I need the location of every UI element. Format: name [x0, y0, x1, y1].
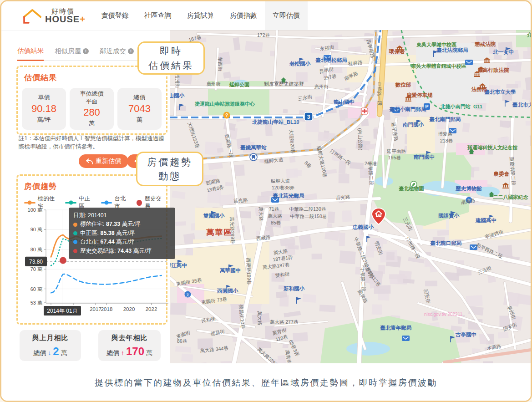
card-total-price: 總價 7043 萬: [117, 88, 162, 130]
card-parking-price: 車位總價平面 280 萬: [70, 88, 114, 130]
logo-text-cn: 好時價: [51, 8, 86, 15]
map-label: 龍山國小: [170, 92, 185, 98]
map-label: 農委會: [493, 171, 510, 177]
train-icon: [250, 153, 257, 161]
map-label: 廣愛停車場: [406, 92, 433, 98]
hospital-icon: [361, 108, 368, 114]
map-label: 172巷: [257, 32, 270, 38]
map-label: 博愛路: [438, 131, 452, 137]
revalue-button[interactable]: 重新估價: [79, 154, 128, 168]
svg-text:2018: 2018: [101, 306, 113, 312]
tooltip-row: 中正區: 85.38 萬元/坪: [73, 229, 171, 238]
left-panel: 估價結果相似房屋!鄰近成交!生活 估價結果 單價 90.18 萬/坪 車位總價平…: [1, 30, 170, 363]
svg-text:90 萬: 90 萬: [30, 227, 42, 232]
unit-price-value: 90.18: [31, 103, 56, 115]
map-label: 最高行政法院: [478, 67, 510, 73]
map-label: 臺北植物園: [399, 186, 424, 191]
map-label: 臺鐵萬華站: [240, 145, 267, 150]
post-icon: [402, 336, 410, 341]
footer: 提供標的當下的建物及車位估價結果、歷年區域房價走勢圖，即時掌握房價波動: [1, 363, 531, 402]
compare-last-year: 與去年相比 總價 ↑ 170 萬: [98, 330, 161, 361]
map-label: 中華路二段130巷: [289, 206, 326, 212]
map-label: 臺北市立大學: [485, 89, 516, 95]
svg-text:2017: 2017: [90, 306, 101, 312]
house-logo-icon: [22, 8, 42, 24]
svg-text:80 萬: 80 萬: [30, 247, 42, 252]
map-label: 孫運璿科技人文紀念館: [467, 145, 517, 151]
map-label: 剝皮寮歷史建築群: [263, 81, 304, 87]
chart-tooltip: 日期: 201401 標的住宅: 87.33 萬元/坪中正區: 85.38 萬元…: [69, 208, 175, 259]
map-label: 218巷: [440, 138, 453, 143]
map-label: (內山公路): [357, 128, 364, 150]
map-label: 艋舺公園: [229, 82, 249, 87]
map-label: 歷史博物館: [455, 186, 482, 191]
map-label: 120巷38弄: [272, 185, 295, 190]
map-label: 環保署: [389, 49, 405, 54]
svg-text:?: ?: [225, 113, 228, 118]
map-label: 萬大路 277巷: [270, 319, 299, 325]
map-label: 臺北南門郵局: [430, 117, 461, 122]
tooltip-date: 日期: 201401: [73, 211, 171, 220]
valuation-cards: 單價 90.18 萬/坪 車位總價平面 280 萬 總價 7043 萬: [22, 88, 162, 130]
footer-caption: 提供標的當下的建物及車位估價結果、歷年區域房價走勢圖，即時掌握房價波動: [95, 377, 437, 389]
app-window: 好時價 HOUSE+ 實價登錄社區查詢房貸試算房價指數立即估價 估價結果相似房屋…: [0, 0, 532, 402]
map-label: 86巷: [177, 338, 187, 344]
parking-price-value: 280: [83, 107, 100, 118]
tab-相似房屋[interactable]: 相似房屋!: [55, 44, 89, 60]
main-nav: 實價登錄社區查詢房貸試算房價指數立即估價: [94, 1, 308, 30]
map-canvas[interactable]: 文文P?3167巷華西街172巷永福街昆明街257巷梧州街廣州街廣州街三水街大理…: [170, 30, 532, 363]
nav-item[interactable]: 立即估價: [265, 1, 308, 30]
valuation-title: 估價結果: [24, 72, 57, 83]
map-label: 捷運龍山寺站旅遊服務中心: [194, 101, 255, 107]
map-label: 萬大路: [258, 207, 264, 221]
map-label: 北捷小南門站_G11: [440, 104, 482, 109]
map-label: 85巷: [271, 220, 281, 225]
tab-估價結果[interactable]: 估價結果: [17, 44, 44, 61]
nav-item[interactable]: 房價指數: [222, 1, 265, 30]
logo[interactable]: 好時價 HOUSE+: [22, 8, 86, 24]
arrow-up-icon: ↑: [121, 349, 124, 356]
map-label: 南門國小: [402, 122, 424, 127]
map-label: 古亭國中: [455, 332, 476, 337]
total-price-value: 7043: [128, 103, 151, 115]
svg-text:100 萬: 100 萬: [28, 207, 42, 213]
callout-price-trend: 房價趨勢動態: [136, 152, 203, 186]
map-label: 萬大路: [257, 311, 263, 326]
svg-text:2020: 2020: [123, 306, 135, 312]
tooltip-row: 歷史交易紀錄: 74.43 萬元/坪: [73, 247, 171, 255]
map-label: 195巷: [388, 155, 401, 160]
info-icon[interactable]: !: [128, 48, 134, 54]
map-label: 建國高中: [475, 218, 497, 223]
y-axis-hover-chip: 73.80: [29, 259, 43, 265]
svg-text:53 萬: 53 萬: [30, 300, 42, 305]
map-label: 國語實小: [438, 213, 460, 219]
undo-icon: [86, 158, 93, 164]
svg-text:3: 3: [307, 114, 310, 120]
culture-icon: 文: [185, 291, 191, 298]
map-label: 華西街: [218, 57, 223, 71]
map-label: 臺北龍口郵局: [431, 240, 462, 246]
map-label: 梧州街: [175, 73, 180, 88]
history-transaction-point: [60, 257, 66, 264]
map-label: 中華路一段: [376, 81, 383, 106]
x-axis-hover-chip: 2014年 01月: [47, 308, 77, 314]
map-label: 臺北老松郵局: [316, 57, 347, 63]
nav-item[interactable]: 房貸試算: [179, 1, 222, 30]
map-label: 廣州街: [314, 84, 329, 89]
svg-text:70 萬: 70 萬: [30, 266, 42, 272]
map-label: 懲戒法院: [474, 41, 496, 47]
map-label: 中華路二段150巷: [290, 214, 327, 219]
map-label: 介: [527, 32, 532, 37]
arrow-down-icon: ↓: [48, 349, 51, 356]
map-label: 廣州街: [206, 81, 221, 87]
nav-item[interactable]: 社區查詢: [137, 1, 179, 30]
map-label: 西藏路199巷: [246, 258, 252, 285]
svg-text:文: 文: [186, 292, 190, 297]
map-label: 莒光路: [233, 197, 248, 204]
tab-鄰近成交[interactable]: 鄰近成交!: [100, 44, 134, 60]
header: 好時價 HOUSE+ 實價登錄社區查詢房貸試算房價指數立即估價: [1, 1, 531, 30]
nav-item[interactable]: 實價登錄: [94, 1, 137, 30]
trend-title: 房價趨勢: [24, 181, 57, 192]
info-icon[interactable]: !: [83, 48, 89, 54]
map-label: 數位部: [395, 82, 411, 88]
